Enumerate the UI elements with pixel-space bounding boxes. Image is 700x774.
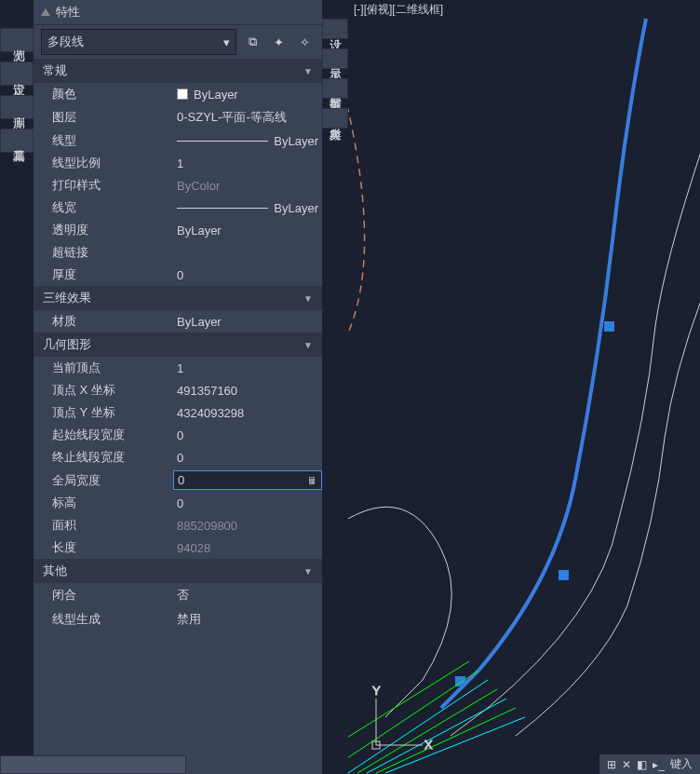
vertexy-value[interactable]: 4324093298 [173,404,322,422]
status-close-icon[interactable]: ✕ [622,758,631,771]
drawing-canvas[interactable]: [-][俯视][二维线框] X Y [348,0,700,774]
properties-panel: 特性 多段线 ▾ ⧉ ✦ ✧ 常规▼ 颜色ByLayer 图层0-SZYL-平面… [34,0,322,774]
thickness-value[interactable]: 0 [173,266,322,284]
closed-label: 闭合 [52,587,173,604]
thin-curve-2 [516,298,700,736]
hyperlink-value[interactable] [173,251,322,254]
vertexy-label: 顶点 Y 坐标 [52,404,173,421]
status-maximize-icon[interactable]: ⊞ [607,758,616,771]
material-value[interactable]: ByLayer [173,313,322,331]
area-label: 面积 [52,517,173,534]
linetype-label: 线型 [52,132,173,149]
right-tab-objclass[interactable]: 对象类 [322,108,348,129]
ucs-icon: X Y [372,684,433,752]
svg-line-6 [348,661,469,754]
endwidth-value[interactable]: 0 [173,449,322,467]
right-tab-design[interactable]: 设计 [322,19,348,39]
calculator-icon[interactable]: 🖩 [307,475,317,486]
left-tab-library[interactable]: 测库 [0,95,34,119]
lineweight-value[interactable]: ByLayer [173,199,322,217]
chevron-down-icon: ▾ [223,35,230,49]
transparency-value[interactable]: ByLayer [173,222,322,239]
chevron-down-icon: ▼ [303,340,313,350]
line-sample-icon [177,141,268,142]
svg-line-2 [357,689,497,773]
quick-select-icon[interactable]: ✦ [268,33,289,51]
ltscale-label: 线型比例 [52,155,173,171]
svg-line-1 [348,680,488,773]
globalwidth-input[interactable]: 0 🖩 [173,470,322,490]
object-type-value: 多段线 [47,34,84,50]
drawing-svg: X Y [348,0,700,774]
color-label: 颜色 [52,86,173,102]
area-value: 885209800 [173,517,322,535]
chevron-down-icon: ▼ [303,566,313,577]
left-tab-settings[interactable]: 设定 [0,61,34,86]
startwidth-label: 起始线段宽度 [52,427,173,443]
section-geometry[interactable]: 几何图形▼ [34,333,322,357]
section-3d[interactable]: 三维效果▼ [34,286,322,310]
length-value: 94028 [173,539,322,557]
ltgen-value[interactable]: 禁用 [173,609,322,630]
linetype-value[interactable]: ByLayer [173,132,322,150]
section-other[interactable]: 其他▼ [34,559,322,583]
vertexx-label: 顶点 X 坐标 [52,382,173,399]
left-tab-toolbox[interactable]: 工具箱 [0,129,34,153]
thin-curve-3 [348,507,451,717]
thin-curve-1 [451,149,700,736]
toggle-pim-icon[interactable]: ⧉ [242,33,262,51]
svg-text:Y: Y [372,684,381,698]
command-line-input[interactable] [0,755,186,774]
panel-title-bar: 特性 [34,0,322,25]
thickness-label: 厚度 [52,266,173,283]
lineweight-label: 线宽 [52,199,173,216]
panel-title-text: 特性 [56,4,80,20]
endwidth-label: 终止线段宽度 [52,449,173,466]
plotstyle-label: 打印样式 [52,177,173,194]
right-tab-display[interactable]: 显示 [322,48,348,69]
status-arrow-icon[interactable]: ▸_ [653,758,665,771]
grip-handle[interactable] [604,321,614,332]
elevation-label: 标高 [52,495,173,511]
hyperlink-label: 超链接 [52,244,173,261]
panel-triangle-icon [41,8,50,16]
layer-label: 图层 [52,109,173,126]
color-value[interactable]: ByLayer [173,86,322,103]
length-label: 长度 [52,539,173,556]
hatch-area [348,661,525,773]
selected-polyline[interactable] [441,19,646,708]
plotstyle-value: ByColor [173,177,322,195]
grip-handle[interactable] [559,570,569,580]
closed-value[interactable]: 否 [173,585,322,605]
ltgen-label: 线型生成 [52,611,173,628]
quick-calc-icon[interactable]: ✧ [294,33,315,51]
vertexx-value[interactable]: 491357160 [173,382,322,400]
chevron-down-icon: ▼ [303,66,313,76]
chevron-down-icon: ▼ [303,293,313,304]
status-gizmo-icon[interactable]: ◧ [637,758,647,771]
right-tab-extdata[interactable]: 扩展数据 [322,78,348,99]
layer-value[interactable]: 0-SZYL-平面-等高线 [173,107,322,128]
elevation-value[interactable]: 0 [173,495,322,512]
globalwidth-label: 全局宽度 [52,472,173,489]
status-bar: ⊞ ✕ ◧ ▸_ 键入 [599,754,700,774]
currentvertex-label: 当前顶点 [52,360,173,376]
dashed-contour-line [348,0,365,391]
material-label: 材质 [52,313,173,330]
transparency-label: 透明度 [52,222,173,238]
object-type-select[interactable]: 多段线 ▾ [41,29,236,55]
currentvertex-value[interactable]: 1 [173,360,322,377]
command-hint[interactable]: 键入 [670,756,693,772]
line-sample-icon [177,208,268,209]
left-tab-browse[interactable]: 浏览 [0,28,34,52]
svg-text:X: X [424,738,433,752]
section-general[interactable]: 常规▼ [34,59,322,83]
ltscale-value[interactable]: 1 [173,155,322,172]
color-swatch-icon [177,88,188,100]
startwidth-value[interactable]: 0 [173,427,322,444]
svg-line-3 [367,699,506,773]
